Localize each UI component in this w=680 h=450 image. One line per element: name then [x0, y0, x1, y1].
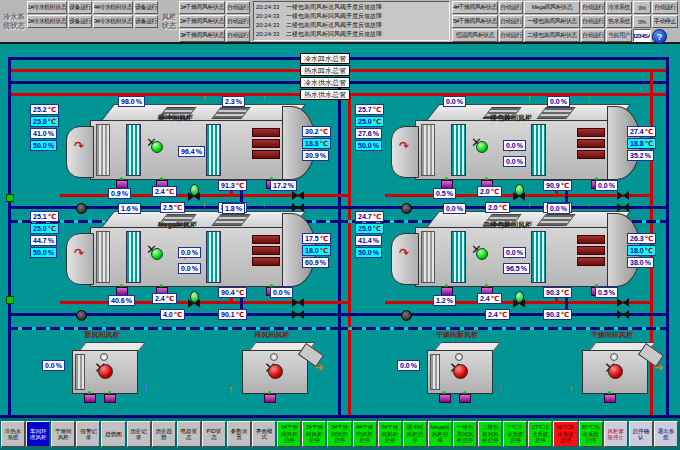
- ahu-run-status[interactable]: 自动运行: [499, 1, 523, 14]
- damper-actuator-icon[interactable]: [84, 394, 96, 403]
- nav-button-15[interactable]: 4#干燥间风柜启停: [353, 421, 377, 447]
- nav-button-10[interactable]: 参数设置: [227, 421, 251, 447]
- system-run-status[interactable]: 自动运行: [652, 1, 678, 14]
- ahu-run-status[interactable]: 自动运行: [226, 15, 250, 28]
- nav-button-3[interactable]: 干燥间风柜: [51, 421, 75, 447]
- nav-button-16[interactable]: 5#干燥间风柜启停: [378, 421, 402, 447]
- water-circuit-value-box: 40.6%: [108, 295, 135, 306]
- water-circuit-value-box: 90.3℃: [543, 309, 572, 320]
- nav-button-11[interactable]: 界面模式: [252, 421, 276, 447]
- nav-button-18[interactable]: Mega间风柜启停: [428, 421, 452, 447]
- valve-icon[interactable]: [292, 203, 304, 212]
- chiller-name-button[interactable]: 1#冷水机组状态: [27, 1, 67, 14]
- ahu-name-button[interactable]: 二楼包装间风柜状态: [524, 29, 580, 42]
- value-number: 0.0: [181, 265, 191, 272]
- water-circuit-value-box: 90.4℃: [218, 287, 247, 298]
- ahu-name-button[interactable]: 恒温间风柜状态: [452, 29, 498, 42]
- value-number: 0.0: [446, 98, 456, 105]
- valve-icon[interactable]: [617, 191, 629, 200]
- ahu-run-status[interactable]: 自动运行: [581, 15, 605, 28]
- value-number: 17.5: [305, 235, 319, 242]
- water-circuit-value-box: 0.0%: [270, 287, 293, 298]
- nav-button-12[interactable]: 1#干燥间风柜启停: [277, 421, 301, 447]
- supply-air-value-box: 18.8℃: [302, 138, 331, 149]
- value-number: 18.0: [630, 247, 644, 254]
- ahu-name-button[interactable]: 4#干燥间风柜状态: [452, 1, 498, 14]
- filter-panel: [451, 231, 466, 283]
- nav-button-13[interactable]: 2#干燥间风柜启停: [302, 421, 326, 447]
- ahu-name-button[interactable]: 2#干燥间风柜状态: [179, 15, 225, 28]
- nav-button-24[interactable]: 85℃热水系统启停: [579, 421, 603, 447]
- ahu-run-status[interactable]: 自动运行: [499, 29, 523, 42]
- ahu-name-button[interactable]: 3#干燥间风柜状态: [179, 29, 225, 42]
- valve-icon[interactable]: [617, 310, 629, 319]
- valve-icon[interactable]: [617, 298, 629, 307]
- nav-button-22[interactable]: 13℃冷水系统启停: [528, 421, 552, 447]
- valve-icon[interactable]: [617, 203, 629, 212]
- alarm-text: 二楼包装间风柜送风阀开度反馈故障: [286, 21, 382, 30]
- fresh-air-arrow-icon: ↑: [587, 201, 592, 210]
- nav-button-21[interactable]: 7℃冷水系统启停: [503, 421, 527, 447]
- water-circuit-value-box: 0.9%: [108, 188, 131, 199]
- chiller-name-button[interactable]: 3#冷水机组状态: [93, 15, 133, 28]
- damper-actuator-icon[interactable]: [264, 394, 276, 403]
- nav-button-25[interactable]: 风柜紧急停止: [604, 421, 628, 447]
- main-pipe-label: 热水回水总管: [300, 65, 350, 76]
- nav-button-5[interactable]: 趋势图: [101, 421, 125, 447]
- nav-button-7[interactable]: 历史趋势: [152, 421, 176, 447]
- valve-icon[interactable]: [292, 298, 304, 307]
- nav-button-1[interactable]: 冷热水系统: [1, 421, 25, 447]
- water-circuit-value-box: 90.1℃: [218, 309, 247, 320]
- chiller-run-status[interactable]: 设备运行: [134, 15, 158, 28]
- nav-button-20[interactable]: 二楼包装间风柜启停: [478, 421, 502, 447]
- chiller-run-status[interactable]: 设备运行: [68, 15, 92, 28]
- value-number: 0.0: [400, 362, 410, 369]
- value-number: 0.0: [446, 205, 456, 212]
- nav-button-4[interactable]: 报警记录: [76, 421, 100, 447]
- damper-actuator-icon[interactable]: [104, 394, 116, 403]
- nav-button-17[interactable]: 缓冲间风柜启停: [403, 421, 427, 447]
- value-unit: ℃: [236, 311, 244, 318]
- ahu-run-status[interactable]: 自动运行: [226, 29, 250, 42]
- nav-button-6[interactable]: 历史记录: [127, 421, 151, 447]
- system-run-status[interactable]: 手动停止: [652, 15, 678, 28]
- damper-actuator-icon[interactable]: [439, 394, 451, 403]
- damper-actuator-icon[interactable]: [459, 394, 471, 403]
- ahu-name-button[interactable]: 1#干燥间风柜状态: [179, 1, 225, 14]
- damper-position-box: 1.6%: [118, 203, 141, 214]
- value-unit: %: [48, 142, 54, 149]
- nav-button-2[interactable]: 车间环境风柜: [26, 421, 50, 447]
- ahu-name-button[interactable]: 5#干燥间风柜状态: [452, 15, 498, 28]
- value-unit: ℃: [491, 188, 499, 195]
- help-icon[interactable]: ?: [652, 29, 667, 44]
- damper-actuator-icon[interactable]: [604, 394, 616, 403]
- nav-button-26[interactable]: 启停确认: [629, 421, 653, 447]
- ahu-name-label: Mega间风柜: [158, 220, 197, 230]
- fan-icon: [608, 364, 623, 379]
- valve-icon[interactable]: [188, 299, 200, 308]
- value-unit: %: [447, 297, 453, 304]
- ahu-run-status[interactable]: 自动运行: [581, 29, 605, 42]
- alarm-row: 20:24:33一楼包装间风柜回风阀开度反馈故障: [256, 12, 447, 21]
- valve-icon[interactable]: [513, 299, 525, 308]
- nav-button-14[interactable]: 3#干燥间风柜启停: [327, 421, 351, 447]
- nav-button-23[interactable]: 60℃热水系统启停: [553, 421, 577, 447]
- ahu-name-button[interactable]: 一楼包装间风柜状态: [524, 15, 580, 28]
- fan-unit: 干燥间排风柜✕↑➜: [552, 330, 672, 420]
- ahu-run-status[interactable]: 自动运行: [581, 1, 605, 14]
- ahu-name-button[interactable]: Mega间风柜状态: [524, 1, 580, 14]
- nav-button-8[interactable]: 电器状态: [177, 421, 201, 447]
- valve-icon[interactable]: [292, 310, 304, 319]
- nav-button-27[interactable]: 退出系统: [654, 421, 678, 447]
- chiller-run-status[interactable]: 设备运行: [134, 1, 158, 14]
- chiller-name-button[interactable]: 4#冷水机组状态: [93, 1, 133, 14]
- valve-icon[interactable]: [292, 191, 304, 200]
- valve-icon[interactable]: [513, 192, 525, 201]
- chiller-name-button[interactable]: 2#冷水机组状态: [27, 15, 67, 28]
- nav-button-19[interactable]: 一楼包装间风柜启停: [453, 421, 477, 447]
- ahu-run-status[interactable]: 自动运行: [226, 1, 250, 14]
- nav-button-9[interactable]: PID状态: [202, 421, 226, 447]
- valve-icon[interactable]: [188, 192, 200, 201]
- chiller-run-status[interactable]: 设备运行: [68, 1, 92, 14]
- ahu-run-status[interactable]: 自动运行: [499, 15, 523, 28]
